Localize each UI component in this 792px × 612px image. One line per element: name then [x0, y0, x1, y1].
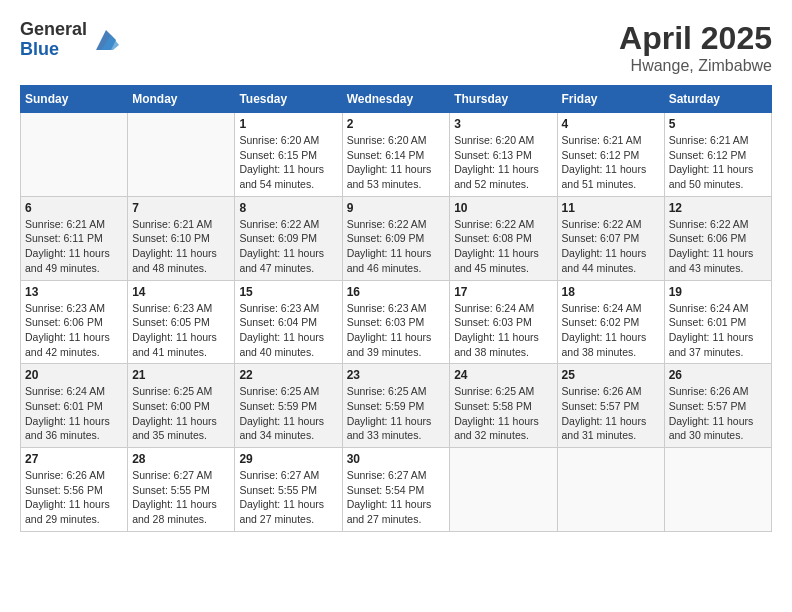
calendar-table: SundayMondayTuesdayWednesdayThursdayFrid… [20, 85, 772, 532]
day-info: Sunrise: 6:25 AM Sunset: 5:58 PM Dayligh… [454, 384, 552, 443]
day-number: 18 [562, 285, 660, 299]
day-info: Sunrise: 6:21 AM Sunset: 6:11 PM Dayligh… [25, 217, 123, 276]
calendar-cell: 24Sunrise: 6:25 AM Sunset: 5:58 PM Dayli… [450, 364, 557, 448]
day-number: 27 [25, 452, 123, 466]
day-number: 1 [239, 117, 337, 131]
calendar-cell: 28Sunrise: 6:27 AM Sunset: 5:55 PM Dayli… [128, 448, 235, 532]
day-number: 9 [347, 201, 446, 215]
day-info: Sunrise: 6:27 AM Sunset: 5:54 PM Dayligh… [347, 468, 446, 527]
calendar-cell: 19Sunrise: 6:24 AM Sunset: 6:01 PM Dayli… [664, 280, 771, 364]
calendar-cell: 23Sunrise: 6:25 AM Sunset: 5:59 PM Dayli… [342, 364, 450, 448]
calendar-cell: 10Sunrise: 6:22 AM Sunset: 6:08 PM Dayli… [450, 196, 557, 280]
logo-blue-text: Blue [20, 39, 59, 59]
day-info: Sunrise: 6:27 AM Sunset: 5:55 PM Dayligh… [239, 468, 337, 527]
calendar-cell: 12Sunrise: 6:22 AM Sunset: 6:06 PM Dayli… [664, 196, 771, 280]
calendar-header-saturday: Saturday [664, 86, 771, 113]
day-number: 29 [239, 452, 337, 466]
calendar-cell: 11Sunrise: 6:22 AM Sunset: 6:07 PM Dayli… [557, 196, 664, 280]
calendar-cell [128, 113, 235, 197]
day-number: 12 [669, 201, 767, 215]
calendar-header-tuesday: Tuesday [235, 86, 342, 113]
day-number: 19 [669, 285, 767, 299]
calendar-header-monday: Monday [128, 86, 235, 113]
calendar-header-sunday: Sunday [21, 86, 128, 113]
calendar-cell [557, 448, 664, 532]
day-number: 3 [454, 117, 552, 131]
calendar-cell: 22Sunrise: 6:25 AM Sunset: 5:59 PM Dayli… [235, 364, 342, 448]
calendar-cell: 17Sunrise: 6:24 AM Sunset: 6:03 PM Dayli… [450, 280, 557, 364]
calendar-cell: 3Sunrise: 6:20 AM Sunset: 6:13 PM Daylig… [450, 113, 557, 197]
day-number: 4 [562, 117, 660, 131]
day-number: 22 [239, 368, 337, 382]
day-info: Sunrise: 6:20 AM Sunset: 6:13 PM Dayligh… [454, 133, 552, 192]
day-info: Sunrise: 6:23 AM Sunset: 6:03 PM Dayligh… [347, 301, 446, 360]
calendar-cell: 1Sunrise: 6:20 AM Sunset: 6:15 PM Daylig… [235, 113, 342, 197]
day-number: 11 [562, 201, 660, 215]
calendar-cell: 8Sunrise: 6:22 AM Sunset: 6:09 PM Daylig… [235, 196, 342, 280]
calendar-cell: 20Sunrise: 6:24 AM Sunset: 6:01 PM Dayli… [21, 364, 128, 448]
day-info: Sunrise: 6:25 AM Sunset: 5:59 PM Dayligh… [239, 384, 337, 443]
day-info: Sunrise: 6:24 AM Sunset: 6:03 PM Dayligh… [454, 301, 552, 360]
day-number: 10 [454, 201, 552, 215]
day-info: Sunrise: 6:26 AM Sunset: 5:57 PM Dayligh… [669, 384, 767, 443]
day-info: Sunrise: 6:22 AM Sunset: 6:08 PM Dayligh… [454, 217, 552, 276]
calendar-cell: 13Sunrise: 6:23 AM Sunset: 6:06 PM Dayli… [21, 280, 128, 364]
day-number: 26 [669, 368, 767, 382]
calendar-header-friday: Friday [557, 86, 664, 113]
day-info: Sunrise: 6:21 AM Sunset: 6:10 PM Dayligh… [132, 217, 230, 276]
day-info: Sunrise: 6:24 AM Sunset: 6:02 PM Dayligh… [562, 301, 660, 360]
day-info: Sunrise: 6:25 AM Sunset: 5:59 PM Dayligh… [347, 384, 446, 443]
day-info: Sunrise: 6:24 AM Sunset: 6:01 PM Dayligh… [669, 301, 767, 360]
calendar-week-row: 13Sunrise: 6:23 AM Sunset: 6:06 PM Dayli… [21, 280, 772, 364]
day-number: 14 [132, 285, 230, 299]
calendar-week-row: 27Sunrise: 6:26 AM Sunset: 5:56 PM Dayli… [21, 448, 772, 532]
calendar-cell [21, 113, 128, 197]
day-number: 20 [25, 368, 123, 382]
calendar-cell: 5Sunrise: 6:21 AM Sunset: 6:12 PM Daylig… [664, 113, 771, 197]
day-info: Sunrise: 6:23 AM Sunset: 6:05 PM Dayligh… [132, 301, 230, 360]
day-info: Sunrise: 6:23 AM Sunset: 6:06 PM Dayligh… [25, 301, 123, 360]
day-number: 24 [454, 368, 552, 382]
calendar-cell: 16Sunrise: 6:23 AM Sunset: 6:03 PM Dayli… [342, 280, 450, 364]
calendar-cell: 14Sunrise: 6:23 AM Sunset: 6:05 PM Dayli… [128, 280, 235, 364]
calendar-week-row: 6Sunrise: 6:21 AM Sunset: 6:11 PM Daylig… [21, 196, 772, 280]
day-info: Sunrise: 6:26 AM Sunset: 5:56 PM Dayligh… [25, 468, 123, 527]
day-number: 21 [132, 368, 230, 382]
header: General Blue April 2025 Hwange, Zimbabwe [20, 20, 772, 75]
calendar-cell [450, 448, 557, 532]
calendar-cell: 6Sunrise: 6:21 AM Sunset: 6:11 PM Daylig… [21, 196, 128, 280]
logo-icon [91, 25, 121, 55]
logo-general-text: General [20, 19, 87, 39]
day-number: 25 [562, 368, 660, 382]
calendar-cell [664, 448, 771, 532]
title-area: April 2025 Hwange, Zimbabwe [619, 20, 772, 75]
day-info: Sunrise: 6:27 AM Sunset: 5:55 PM Dayligh… [132, 468, 230, 527]
calendar-cell: 18Sunrise: 6:24 AM Sunset: 6:02 PM Dayli… [557, 280, 664, 364]
calendar-header-wednesday: Wednesday [342, 86, 450, 113]
day-info: Sunrise: 6:21 AM Sunset: 6:12 PM Dayligh… [669, 133, 767, 192]
calendar-cell: 26Sunrise: 6:26 AM Sunset: 5:57 PM Dayli… [664, 364, 771, 448]
day-info: Sunrise: 6:22 AM Sunset: 6:06 PM Dayligh… [669, 217, 767, 276]
day-number: 8 [239, 201, 337, 215]
day-info: Sunrise: 6:25 AM Sunset: 6:00 PM Dayligh… [132, 384, 230, 443]
day-number: 23 [347, 368, 446, 382]
page-subtitle: Hwange, Zimbabwe [619, 57, 772, 75]
day-number: 16 [347, 285, 446, 299]
calendar-header-row: SundayMondayTuesdayWednesdayThursdayFrid… [21, 86, 772, 113]
page-title: April 2025 [619, 20, 772, 57]
day-info: Sunrise: 6:20 AM Sunset: 6:14 PM Dayligh… [347, 133, 446, 192]
day-info: Sunrise: 6:22 AM Sunset: 6:07 PM Dayligh… [562, 217, 660, 276]
day-info: Sunrise: 6:22 AM Sunset: 6:09 PM Dayligh… [347, 217, 446, 276]
day-info: Sunrise: 6:24 AM Sunset: 6:01 PM Dayligh… [25, 384, 123, 443]
calendar-cell: 27Sunrise: 6:26 AM Sunset: 5:56 PM Dayli… [21, 448, 128, 532]
calendar-header-thursday: Thursday [450, 86, 557, 113]
calendar-cell: 21Sunrise: 6:25 AM Sunset: 6:00 PM Dayli… [128, 364, 235, 448]
calendar-cell: 15Sunrise: 6:23 AM Sunset: 6:04 PM Dayli… [235, 280, 342, 364]
calendar-cell: 9Sunrise: 6:22 AM Sunset: 6:09 PM Daylig… [342, 196, 450, 280]
calendar-week-row: 1Sunrise: 6:20 AM Sunset: 6:15 PM Daylig… [21, 113, 772, 197]
day-number: 30 [347, 452, 446, 466]
day-number: 15 [239, 285, 337, 299]
calendar-cell: 4Sunrise: 6:21 AM Sunset: 6:12 PM Daylig… [557, 113, 664, 197]
day-number: 13 [25, 285, 123, 299]
day-info: Sunrise: 6:21 AM Sunset: 6:12 PM Dayligh… [562, 133, 660, 192]
